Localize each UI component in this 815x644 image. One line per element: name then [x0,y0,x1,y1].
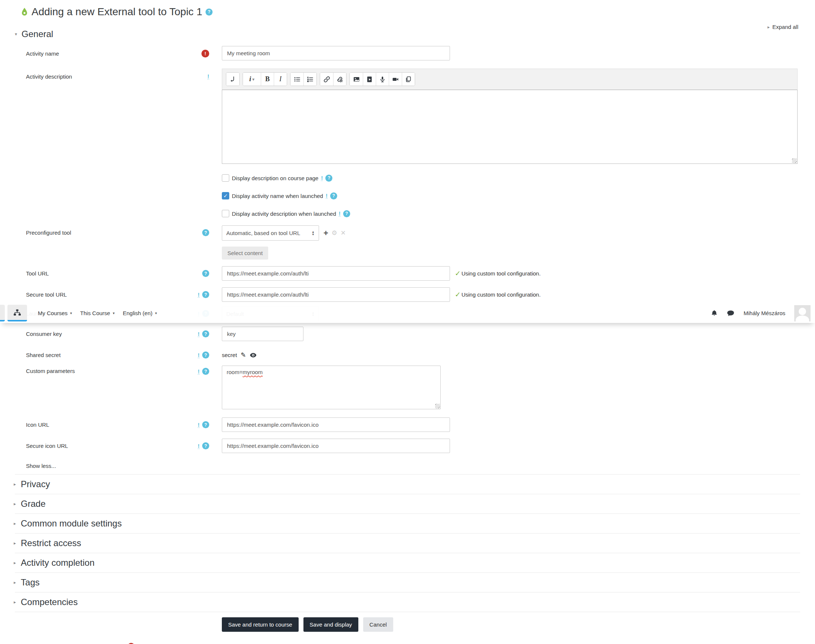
delete-tool-icon: ✕ [341,230,346,236]
link-icon[interactable] [320,73,333,86]
help-icon[interactable]: ? [330,192,337,199]
insert-media-icon[interactable] [363,73,376,86]
section-general-title: General [22,29,53,39]
insert-image-icon[interactable] [350,73,363,86]
section-tags[interactable]: ▸ Tags [15,573,800,592]
display-description-row: Display description on course page ! ? [222,174,800,182]
help-icon[interactable]: ? [206,9,212,15]
secure-icon-url-input[interactable] [222,439,450,453]
help-icon[interactable]: ? [202,330,209,337]
consumer-key-row: Consumer key ! ? [15,327,800,341]
page-title: Adding a new External tool to Topic 1 [32,6,202,18]
activity-name-row: Activity name ! [15,46,800,60]
save-display-button[interactable]: Save and display [303,617,358,632]
format-style-button[interactable]: i ▾ [243,73,261,86]
help-icon[interactable]: ? [343,210,350,217]
icon-url-input[interactable] [222,417,450,432]
display-activity-name-label: Display activity name when launched [232,193,323,199]
notifications-bell-icon[interactable] [711,310,718,317]
preconfigured-tool-row: Preconfigured tool ? Automatic, based on… [15,225,800,241]
avatar[interactable] [794,305,810,322]
unlink-icon[interactable] [333,73,346,86]
activity-description-label: Activity description [26,74,72,80]
section-restrict-access[interactable]: ▸ Restrict access [15,534,800,553]
display-activity-name-checkbox[interactable] [222,192,229,199]
display-description-checkbox[interactable] [222,174,229,182]
toolbar-toggle-icon[interactable] [226,73,239,86]
save-return-button[interactable]: Save and return to course [222,617,298,632]
nav-my-courses[interactable]: My Courses▾ [38,310,72,316]
select-content-button[interactable]: Select content [222,247,268,259]
record-video-icon[interactable] [389,73,402,86]
add-tool-icon[interactable]: + [323,229,328,237]
record-audio-icon[interactable] [376,73,389,86]
section-activity-completion[interactable]: ▸ Activity completion [15,553,800,573]
nav-this-course[interactable]: This Course▾ [80,310,115,316]
manage-files-icon[interactable] [402,73,415,86]
cancel-button[interactable]: Cancel [363,617,393,632]
help-icon[interactable]: ? [202,351,209,359]
display-description-label: Display description on course page [232,175,318,181]
help-icon[interactable]: ? [202,270,209,277]
display-activity-description-checkbox[interactable] [222,210,229,217]
bold-button[interactable]: B [261,73,274,86]
advanced-icon: ! [198,292,200,298]
tool-url-status: ✓ Using custom tool configuration. [455,269,540,278]
advanced-icon: ! [198,443,200,449]
preconfigured-tool-select[interactable]: Automatic, based on tool URL ▲▼ [222,225,319,241]
edit-pencil-icon[interactable]: ✎ [241,351,246,359]
tool-url-input[interactable] [222,266,450,281]
consumer-key-label: Consumer key [26,331,62,337]
rich-text-editor: i ▾ B I [222,69,798,164]
resize-handle[interactable] [792,158,797,163]
advanced-icon: ! [198,422,200,428]
messages-icon[interactable] [727,310,735,317]
advanced-icon: ! [339,211,341,216]
section-common-module-settings[interactable]: ▸ Common module settings [15,514,800,534]
activity-name-input[interactable] [222,46,450,60]
format-i-icon: i [249,75,251,83]
display-activity-description-label: Display activity description when launch… [232,211,336,217]
nav-drawer-tab[interactable] [0,305,5,322]
eye-icon[interactable] [250,353,257,358]
consumer-key-input[interactable] [222,327,303,341]
triangle-right-icon: ▸ [14,521,16,526]
display-activity-description-row: Display activity description when launch… [222,210,800,217]
sitemap-tab[interactable] [8,305,27,322]
secure-icon-url-label: Secure icon URL [26,443,68,449]
help-icon[interactable]: ? [325,175,332,182]
section-privacy[interactable]: ▸ Privacy [15,475,800,494]
advanced-icon: ! [198,352,200,358]
advanced-icon: ! [198,368,200,374]
help-icon[interactable]: ? [202,442,209,449]
shared-secret-label: Shared secret [26,352,60,358]
caret-down-icon: ▾ [113,311,115,315]
unordered-list-icon[interactable] [291,73,303,86]
help-icon[interactable]: ? [202,291,209,298]
show-less-link[interactable]: Show less... [26,463,800,469]
section-competencies[interactable]: ▸ Competencies [15,592,800,612]
ordered-list-icon[interactable] [303,73,317,86]
nav-language[interactable]: English (en)▾ [123,310,157,316]
editor-toolbar: i ▾ B I [222,69,798,90]
expand-all-link[interactable]: ▸ Expand all [767,24,798,30]
help-icon[interactable]: ? [202,421,209,428]
advanced-icon: ! [326,193,328,199]
triangle-down-icon: ▾ [15,32,17,37]
description-editarea[interactable] [222,90,798,164]
secure-tool-url-input[interactable] [222,287,450,302]
custom-parameters-textarea[interactable]: room=myroom [222,366,441,409]
section-grade[interactable]: ▸ Grade [15,494,800,514]
form-actions: Save and return to course Save and displ… [222,617,800,632]
help-icon[interactable]: ? [202,229,209,236]
custom-parameters-row: Custom parameters ! ? room=myroom [15,366,800,409]
italic-button[interactable]: I [274,73,287,86]
section-general-header[interactable]: ▾ General [15,29,800,39]
triangle-right-icon: ▸ [14,501,16,506]
select-arrows-icon: ▲▼ [312,231,315,236]
help-icon[interactable]: ? [202,368,209,375]
triangle-right-icon: ▸ [767,25,770,30]
tool-url-row: Tool URL ? ✓ Using custom tool configura… [15,266,800,281]
user-name[interactable]: Mihály Mészáros [743,310,785,316]
resize-handle[interactable] [435,404,440,409]
